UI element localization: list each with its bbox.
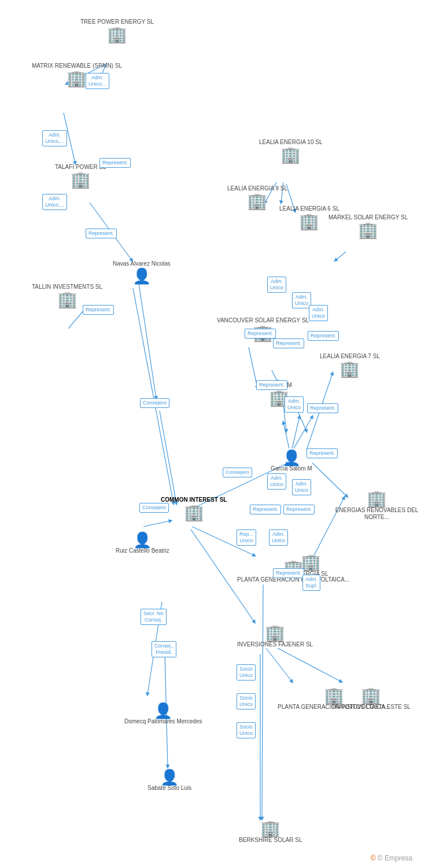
person-icon-ruiz: 👤 [133,532,152,547]
badge-adm-unico-10: Adm.Unico [269,529,288,546]
node-ruiz-castello: 👤 Ruiz Castello Beatriz [116,532,169,556]
company-icon-energias: 🏢 [367,491,387,507]
badge-socio-unico-1: SocioUnico [237,664,256,681]
badge-represent-11: Represent. [283,505,315,514]
node-sabate-soto: 👤 Sabate Soto Luis [147,770,191,793]
node-garcia-salom: 👤 Garcia Salom M [271,450,312,473]
node-navas-alvarez: Navas Alvarez Nicolas 👤 [113,260,170,284]
badge-adm-unico-9: Adm.Unico [292,479,311,495]
badge-socio-unico-2: SocioUnico [237,693,256,709]
empresa-logo: © © Empresa [371,854,412,862]
badge-represent-4: Represent. [245,329,276,339]
node-transitos-costa: 🏢 TRANSITOS COSTA ESTE SL [331,687,411,712]
badge-adm-unico-3: Adm.Unico,... [42,194,67,210]
graph-container: TREE POWER ENERGY SL 🏢 MATRIX RENEWABLE … [0,0,421,868]
company-icon-tree-power: 🏢 [107,27,127,43]
badge-consejero-2: Consejero [223,468,252,477]
company-icon-talafi: 🏢 [71,172,91,188]
badge-represent-8: Represent. [307,403,338,413]
node-lealia-energia7: LEALIA ENERGIA 7 SL 🏢 [320,353,380,377]
badge-socio-unico-3: SocioUnico [237,722,256,738]
person-icon-garcia: 👤 [282,450,301,465]
node-markel-solar: MARKEL SOLAR ENERGY SL 🏢 [328,214,408,238]
node-tree-power: TREE POWER ENERGY SL 🏢 [80,19,154,43]
node-talafi-power: TALAFI POWER SL 🏢 [55,164,106,188]
badge-consejero-3: Consejero [139,503,169,513]
company-icon-berkshire: 🏢 [260,821,280,837]
company-icon-transitos: 🏢 [361,687,381,704]
person-icon-navas: 👤 [132,269,151,284]
badge-adm-unico-2: Adm.Unico,... [42,130,67,146]
badge-adm-unico-6: Adm.Unico [309,305,328,321]
node-lealia-energia10: LEALIA ENERGIA 10 SL 🏢 [259,139,323,163]
badge-represent-7: Represent. [256,380,287,390]
badge-consejero-1: Consejero [140,398,169,408]
badge-represent-12: Represent. [273,568,304,578]
person-icon-domecq: 👤 [154,703,172,718]
badge-consej-presid: Consej.,Presid. [152,641,176,657]
badge-represent-1: Represent. [99,158,131,168]
company-icon-lealia7: 🏢 [339,361,360,377]
badge-adm-unico-4: Adm.Unico [267,277,286,293]
badge-adm-unico-7: Adm.Unico [285,396,304,413]
node-tallin-investments: TALLIN INVESTMENTS SL 🏢 [32,284,102,308]
company-icon-lealia10: 🏢 [280,147,301,163]
company-icon-lealia9: 🏢 [247,193,267,209]
badge-represent-9: Represent. [306,448,338,458]
company-icon-markel: 🏢 [358,222,378,238]
node-inversiones-fajener: 🏢 INVERSIONES FAJENER SL [237,625,313,649]
company-icon-matrix: 🏢 [67,71,87,87]
company-icon-lealia6: 🏢 [299,214,319,230]
person-icon-sabate: 👤 [160,770,179,785]
node-energias-renovables: 🏢 ENERGIAS RENOVABLES DEL NORTE... [333,491,421,522]
badge-represent-3: Represent. [83,305,114,315]
logo-copyright: © [371,854,376,862]
node-common-interest: COMMON INTEREST SL 🏢 [161,496,227,521]
node-lealia-energia9: LEALIA ENERGIA 9 SL 🏢 [227,185,287,209]
badge-secr-no-consej: Secr. NoConsej. [141,609,167,625]
badge-represent-10: Represent. [250,505,281,514]
badge-represent-2: Represent. [86,229,117,238]
logo-name: © Empresa [378,854,412,862]
badge-represent-5: Represent. [273,339,304,348]
company-icon-common-interest: 🏢 [184,505,204,521]
badge-adm-unico-1: Adm.Unico... [86,73,109,89]
node-domecq: 👤 Domecq Palomares Mercedes [124,703,202,726]
badge-rep-unico: Rep...Unico [237,529,256,546]
company-icon-inversiones: 🏢 [265,625,285,641]
badge-adm-supl: Adm.Supl. [302,575,320,591]
company-icon-tallin: 🏢 [57,292,77,308]
node-berkshire-solar: 🏢 BERKSHIRE SOLAR SL [239,821,302,845]
badge-represent-6: Represent. [308,331,339,341]
badge-adm-unico-8: Adm.Unico [267,473,286,490]
